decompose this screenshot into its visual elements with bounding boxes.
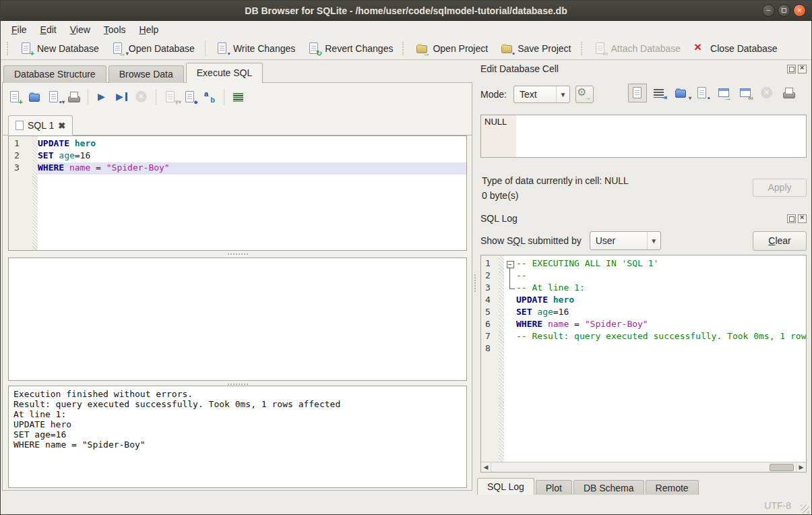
toolbar-button-label: Write Changes [233,43,295,54]
auto-apply-button[interactable] [575,86,594,103]
close-database-button[interactable]: Close Database [687,39,784,58]
menu-bar: FileEditViewToolsHelp [1,22,811,37]
set-as-link-icon[interactable]: ∞ [739,86,752,100]
tab-db-schema[interactable]: DB Schema [573,480,644,495]
attach-database-icon[interactable]: ∞ [594,42,607,55]
scroll-left-icon[interactable]: ◀ [481,463,491,472]
line-number: 5 [481,307,499,319]
resize-grip[interactable] [801,505,809,514]
code-line: UPDATE hero [38,138,466,150]
undock-icon[interactable] [787,65,796,73]
line-number: 1 [9,138,32,150]
revert-changes-button[interactable]: ↻Revert Changes [301,39,399,58]
new-query-tab-icon[interactable]: + [8,90,22,104]
tab-sql-log[interactable]: SQL Log [477,478,534,495]
close-dock-icon[interactable] [798,65,807,73]
execute-current-line-icon[interactable] [115,90,129,104]
tab-browse-data[interactable]: Browse Data [108,65,184,83]
write-changes-button[interactable]: ▪Write Changes [210,39,301,58]
minimize-button[interactable]: − [762,4,775,17]
open-database-button[interactable]: →▾Open Database [105,39,201,58]
save-project-button[interactable]: ▪Save Project [494,39,577,58]
scrollbar-thumb[interactable] [770,464,794,471]
log-horizontal-scrollbar[interactable]: ◀ ▶ [481,462,806,472]
mode-label: Mode: [480,89,507,100]
print-cell-icon[interactable] [782,86,795,100]
menu-edit[interactable]: Edit [34,23,63,36]
tab-plot[interactable]: Plot [536,480,572,495]
export-data-to-file-icon[interactable]: ▪ [695,86,709,100]
menu-file[interactable]: File [5,23,34,36]
tab-sql-1[interactable]: SQL 1 ✖ [8,115,73,135]
write-changes-icon[interactable]: ▪ [216,42,229,55]
line-number: 3 [481,282,499,295]
submitter-select[interactable]: User ▼ [590,231,661,250]
close-dock-icon[interactable] [798,214,807,223]
scroll-right-icon[interactable]: ▶ [796,463,806,472]
main-tab-bar: Database StructureBrowse DataExecute SQL [3,63,265,83]
fold-marker-box [505,258,516,270]
sql-editor[interactable]: 123 UPDATE heroSET age=16WHERE name = "S… [8,135,467,251]
toolbar-button-label: New Database [37,43,99,54]
save-project-icon[interactable]: ▪ [500,42,513,55]
main-toolbar: +New Database→▾Open Database▪Write Chang… [1,37,811,60]
close-database-icon[interactable] [693,42,706,55]
menu-view[interactable]: View [63,23,97,36]
text-mode-icon[interactable] [631,86,644,100]
message-line: Execution finished without errors. [13,389,462,399]
new-database-button[interactable]: +New Database [13,39,105,58]
cell-value-text: NULL [485,117,507,127]
fold-marker-none [505,343,516,355]
message-line: SET age=16 [13,429,462,440]
chevron-down-icon: ▼ [556,86,569,102]
cell-editor[interactable]: NULL [480,115,807,158]
toolbar-grip [402,42,406,55]
find-replace-icon[interactable] [203,90,216,104]
sql-editor-toolbar: +▪▾▾▾● [8,89,245,105]
menu-tools[interactable]: Tools [97,23,133,36]
open-project-button[interactable]: →Open Project [409,39,494,58]
close-button[interactable]: × [793,4,806,17]
sql-file-tab-bar: SQL 1 ✖ [3,114,472,135]
undock-icon[interactable] [787,214,796,223]
execute-all-icon[interactable] [96,90,109,104]
import-data-from-file-icon[interactable]: ▾ [674,86,687,100]
toolbar-button-label: Open Project [433,43,488,54]
open-database-icon[interactable]: →▾ [111,42,125,55]
message-line: Result: query executed successfully. Too… [13,399,462,409]
mode-select[interactable]: Text ▼ [513,86,570,103]
line-number: 1 [481,258,499,270]
bottom-dock-tab-bar: SQL LogPlotDB SchemaRemote [477,478,700,495]
code-line: SET age=16 [38,150,466,162]
close-tab-icon[interactable]: ✖ [58,121,65,131]
toolbar-button-label: Close Database [710,43,778,54]
open-in-external-app-icon[interactable]: → [717,86,730,100]
editor-code-area[interactable]: UPDATE heroSET age=16WHERE name = "Spide… [38,138,466,250]
open-sql-file-icon[interactable] [28,90,41,104]
maximize-button[interactable] [778,4,790,17]
window-title: DB Browser for SQLite - /home/user/code/… [245,5,567,16]
clear-button[interactable]: Clear [753,231,807,251]
encoding-indicator: UTF-8 [764,500,791,511]
tab-execute-sql[interactable]: Execute SQL [186,63,263,83]
fold-marker-none [505,307,516,319]
word-wrap-icon[interactable] [652,86,666,100]
sql-log-title: SQL Log [480,213,518,224]
main-vertical-splitter[interactable] [473,82,477,491]
editor-results-splitter[interactable] [8,251,467,257]
revert-changes-icon[interactable]: ↻ [307,42,321,55]
line-number: 2 [481,270,499,282]
tab-database-structure[interactable]: Database Structure [3,65,106,83]
open-project-icon[interactable]: → [415,42,429,55]
log-code-area: -- EXECUTING ALL IN 'SQL 1'---- At line … [516,258,806,462]
print-sql-icon[interactable] [67,90,80,104]
code-line: -- [516,270,806,282]
menu-help[interactable]: Help [133,23,166,36]
tab-remote[interactable]: Remote [646,480,699,495]
find-icon[interactable]: ● [183,90,197,104]
code-line: SET age=16 [516,307,806,319]
fold-marker-none [505,331,516,343]
new-database-icon[interactable]: + [20,42,33,55]
format-sql-icon[interactable] [232,90,245,104]
save-sql-file-icon[interactable]: ▪▾ [47,90,61,104]
